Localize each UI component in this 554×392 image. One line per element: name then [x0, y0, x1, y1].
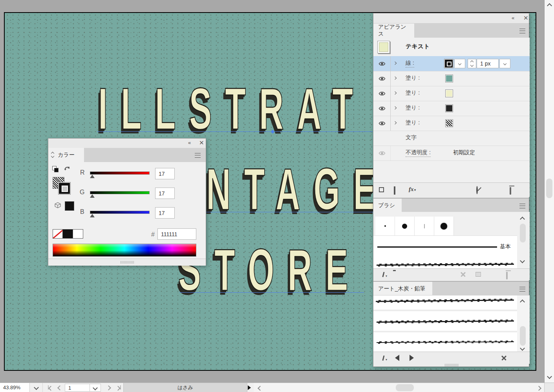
visibility-eye-icon[interactable]: [373, 71, 391, 86]
next-artboard-icon[interactable]: [106, 385, 111, 390]
scroll-up-icon[interactable]: [520, 217, 525, 222]
scroll-left-icon[interactable]: [258, 386, 263, 391]
close-panel-icon[interactable]: ✕: [523, 15, 528, 22]
visibility-eye-icon[interactable]: [373, 146, 391, 160]
fill-pattern-swatch[interactable]: [445, 119, 453, 127]
channel-r-slider-thumb[interactable]: [90, 175, 95, 178]
fill-label[interactable]: 塗り :: [406, 119, 420, 126]
appearance-row-fill-4[interactable]: 塗り :: [373, 116, 530, 131]
scroll-down-icon[interactable]: [520, 346, 525, 351]
appearance-panel-menu-icon[interactable]: [519, 29, 525, 33]
characters-label[interactable]: 文字: [406, 134, 417, 141]
first-artboard-icon[interactable]: [48, 385, 53, 391]
brush-item-basic[interactable]: 基本: [373, 235, 518, 259]
headline-line-2[interactable]: NTAGE: [206, 160, 389, 219]
brush-item-charcoal-partial[interactable]: [373, 259, 518, 268]
status-flyout-arrow-icon[interactable]: [248, 385, 251, 390]
appearance-row-fill-3[interactable]: 塗り :: [373, 101, 530, 116]
stroke-swatch-dropdown[interactable]: [454, 59, 465, 68]
brush-libraries-caret-icon[interactable]: ▾: [386, 274, 387, 278]
scroll-up-icon[interactable]: [520, 299, 525, 304]
scroll-down-icon[interactable]: [547, 374, 552, 379]
fill-color-swatch[interactable]: [445, 89, 453, 97]
current-tool-indicator[interactable]: はさみ: [123, 383, 247, 392]
zoom-dropdown[interactable]: [30, 383, 43, 392]
stroke-label[interactable]: 線 :: [406, 60, 414, 67]
delete-brush-icon[interactable]: [506, 272, 508, 279]
visibility-eye-icon[interactable]: [373, 116, 391, 131]
swap-fill-stroke-icon[interactable]: [64, 165, 70, 171]
horizontal-scrollbar-thumb[interactable]: [396, 384, 414, 391]
tab-appearance[interactable]: アピアランス: [373, 24, 414, 38]
brush-libraries-caret-icon[interactable]: ▾: [386, 358, 387, 361]
collapse-panel-icon[interactable]: «: [188, 140, 190, 146]
scroll-up-icon[interactable]: [547, 3, 552, 8]
art-brush-item-2[interactable]: [373, 310, 518, 332]
next-library-icon[interactable]: [410, 355, 414, 361]
tab-color[interactable]: カラー: [48, 148, 84, 162]
headline-line-1[interactable]: ILLSTRAT: [98, 79, 366, 138]
art-brushes-scrollbar[interactable]: [517, 295, 530, 352]
last-artboard-icon[interactable]: [116, 385, 121, 391]
stroke-width-value[interactable]: 1 px: [477, 59, 499, 68]
artboard-number-field[interactable]: 1: [65, 384, 90, 392]
fill-color-swatch[interactable]: [445, 104, 453, 112]
art-brush-item-1[interactable]: [373, 295, 518, 310]
fill-label[interactable]: 塗り :: [406, 89, 420, 97]
channel-r-slider[interactable]: [90, 171, 150, 175]
scroll-right-icon[interactable]: [536, 386, 541, 391]
color-spectrum-bar[interactable]: [53, 244, 196, 257]
expand-chevron-icon[interactable]: [393, 121, 397, 124]
channel-b-slider[interactable]: [90, 211, 150, 214]
color-panel-menu-icon[interactable]: [195, 153, 201, 158]
vertical-scrollbar[interactable]: [544, 0, 554, 383]
brushes-scrollbar[interactable]: [517, 212, 530, 268]
expand-chevron-icon[interactable]: [393, 91, 397, 95]
stroke-width-dropdown[interactable]: [499, 59, 510, 68]
expand-chevron-icon[interactable]: [393, 106, 397, 109]
channel-b-slider-thumb[interactable]: [90, 214, 95, 217]
scrollbar-thumb[interactable]: [520, 326, 526, 346]
previous-library-icon[interactable]: [395, 355, 399, 361]
add-effect-icon[interactable]: fx ▾: [409, 186, 416, 193]
art-brush-item-3[interactable]: [373, 331, 518, 352]
opacity-label[interactable]: 不透明度 :: [406, 149, 431, 157]
none-swatch[interactable]: [53, 229, 63, 239]
visibility-eye-icon[interactable]: [373, 86, 391, 101]
add-new-fill-icon[interactable]: [394, 186, 395, 195]
tab-art-brushes[interactable]: アート_木炭・鉛筆: [373, 282, 432, 296]
hex-input[interactable]: 111111: [157, 228, 196, 240]
tab-brushes[interactable]: ブラシ: [373, 199, 402, 213]
brush-item-dot-small[interactable]: [375, 217, 395, 235]
cycle-color-mode-icon[interactable]: [51, 152, 54, 157]
channel-g-slider[interactable]: [90, 191, 150, 194]
brush-options-icon[interactable]: [475, 272, 481, 277]
channel-b-input[interactable]: 17: [155, 207, 175, 219]
black-swatch[interactable]: [63, 229, 73, 239]
appearance-row-opacity[interactable]: 不透明度 : 初期設定: [373, 146, 530, 161]
brush-item-dot-large[interactable]: [434, 217, 454, 235]
channel-g-input[interactable]: 17: [155, 188, 175, 199]
collapse-panel-icon[interactable]: «: [512, 15, 514, 21]
fill-label[interactable]: 塗り :: [406, 75, 420, 82]
color-panel-resize-handle[interactable]: [48, 259, 206, 266]
brushes-panel-menu-icon[interactable]: [519, 204, 525, 208]
art-brushes-panel-menu-icon[interactable]: [519, 287, 525, 292]
brush-item-line-thin[interactable]: [415, 217, 434, 235]
visibility-eye-icon[interactable]: [373, 56, 391, 71]
delete-item-icon[interactable]: [510, 187, 511, 195]
add-new-stroke-icon[interactable]: [379, 187, 384, 192]
stroke-color-swatch[interactable]: [444, 59, 453, 68]
clear-appearance-icon[interactable]: [476, 186, 478, 194]
fill-label[interactable]: 塗り :: [406, 104, 420, 111]
stroke-width-stepper[interactable]: [468, 59, 476, 68]
vertical-scrollbar-thumb[interactable]: [546, 179, 552, 198]
dock-resize-handle[interactable]: [373, 363, 530, 367]
appearance-row-characters[interactable]: 文字: [373, 131, 530, 146]
out-of-gamut-cube-icon[interactable]: [55, 202, 61, 208]
close-panel-icon[interactable]: ✕: [199, 139, 204, 146]
channel-g-slider-thumb[interactable]: [90, 194, 95, 198]
white-swatch[interactable]: [73, 229, 83, 239]
channel-r-input[interactable]: 17: [155, 168, 175, 179]
stroke-proxy-swatch[interactable]: [59, 182, 70, 194]
